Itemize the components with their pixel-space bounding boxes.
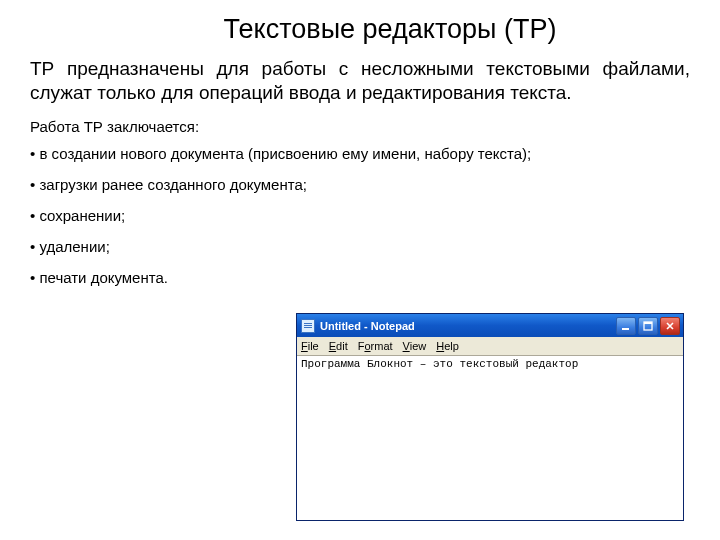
subheading: Работа ТР заключается: xyxy=(30,118,690,135)
menu-file-label: ile xyxy=(308,340,319,352)
menu-help-label: elp xyxy=(444,340,459,352)
menu-edit-label: dit xyxy=(336,340,348,352)
window-buttons xyxy=(616,317,680,335)
menu-format[interactable]: Format xyxy=(358,340,393,352)
maximize-button[interactable] xyxy=(638,317,658,335)
titlebar[interactable]: Untitled - Notepad xyxy=(297,314,683,337)
list-item: сохранении; xyxy=(30,207,690,224)
bullet-list: в создании нового документа (присвоению … xyxy=(30,145,690,286)
menu-format-label: rmat xyxy=(371,340,393,352)
notepad-app-icon xyxy=(301,319,315,333)
svg-rect-0 xyxy=(622,328,629,330)
lead-paragraph: ТР предназначены для работы с несложными… xyxy=(30,57,690,106)
slide: Текстовые редакторы (ТР) ТР предназначен… xyxy=(0,0,720,286)
menu-view[interactable]: View xyxy=(403,340,427,352)
menu-file[interactable]: File xyxy=(301,340,319,352)
text-area[interactable] xyxy=(297,356,683,520)
window-title: Untitled - Notepad xyxy=(320,320,616,332)
menu-bar: File Edit Format View Help xyxy=(297,337,683,356)
minimize-button[interactable] xyxy=(616,317,636,335)
list-item: удалении; xyxy=(30,238,690,255)
menu-help[interactable]: Help xyxy=(436,340,459,352)
list-item: загрузки ранее созданного документа; xyxy=(30,176,690,193)
svg-rect-2 xyxy=(644,322,652,324)
list-item: в создании нового документа (присвоению … xyxy=(30,145,690,162)
notepad-window: Untitled - Notepad File Edit Format View… xyxy=(296,313,684,521)
menu-edit[interactable]: Edit xyxy=(329,340,348,352)
slide-title: Текстовые редакторы (ТР) xyxy=(90,14,690,45)
close-button[interactable] xyxy=(660,317,680,335)
list-item: печати документа. xyxy=(30,269,690,286)
menu-view-label: iew xyxy=(410,340,427,352)
